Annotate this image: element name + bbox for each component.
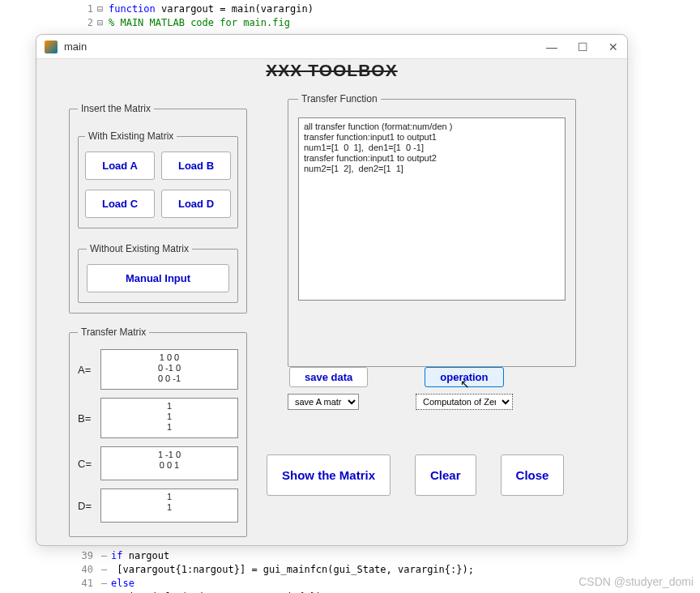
code-text: [varargout{1:nargout}] = gui_mainfcn(gui… (111, 564, 474, 575)
watermark: CSDN @studyer_domi (578, 575, 694, 588)
with-existing-legend: With Existing Matrix (85, 130, 177, 142)
load-b-button[interactable]: Load B (161, 151, 231, 180)
load-d-button[interactable]: Load D (161, 190, 231, 218)
dialog-body: XXX TOOLBOX Insert the Matrix With Exist… (36, 59, 627, 545)
operation-select[interactable]: Computaton of Zeros (416, 394, 513, 410)
transfer-function-legend: Transfer Function (298, 93, 381, 105)
transfer-matrix-legend: Transfer Matrix (78, 326, 149, 338)
without-existing-legend: Without Existing Matrix (87, 243, 192, 254)
minimize-icon[interactable]: — (546, 41, 557, 53)
close-button[interactable]: Close (501, 454, 565, 496)
save-data-button[interactable]: save data (289, 367, 368, 387)
fold-icon[interactable]: ⊟ (97, 16, 109, 30)
line-number: 2 (69, 16, 93, 30)
code-line: ⊟% MAIN MATLAB code for main.fig (97, 16, 314, 30)
without-existing-group: Without Existing Matrix Manual Input (78, 243, 238, 303)
matrix-b-display[interactable]: 111 (100, 398, 238, 438)
line-number: 40 (69, 563, 93, 577)
matrix-row-d: D= 11 (78, 488, 238, 523)
code-text: if nargout (111, 550, 169, 561)
matrix-a-display[interactable]: 1 0 00 -1 00 0 -1 (100, 349, 238, 390)
toolbox-title: XXX TOOLBOX (53, 61, 611, 80)
operation-button[interactable]: operation (425, 367, 503, 387)
mid-controls: save data operation save A matrix Comput… (288, 367, 576, 410)
clear-button[interactable]: Clear (415, 454, 476, 496)
matrix-d-display[interactable]: 11 (100, 488, 238, 523)
line-gutter: 1 2 (69, 0, 93, 30)
code-line: ⊟function varargout = main(varargin) (97, 2, 314, 16)
matrix-label: C= (78, 458, 100, 470)
matrix-row-c: C= 1 -1 00 0 1 (78, 446, 238, 480)
matrix-row-a: A= 1 0 00 -1 00 0 -1 (78, 349, 238, 390)
matrix-row-b: B= 111 (78, 398, 238, 438)
insert-matrix-legend: Insert the Matrix (78, 103, 154, 114)
manual-input-button[interactable]: Manual Input (87, 264, 229, 292)
show-matrix-button[interactable]: Show the Matrix (267, 454, 391, 496)
code-area-bottom: 39—if nargout 40— [varargout{1:nargout}]… (69, 549, 474, 593)
matrix-label: B= (78, 412, 100, 424)
insert-matrix-group: Insert the Matrix With Existing Matrix L… (69, 103, 247, 314)
breakpoint-dash: — (101, 549, 111, 563)
maximize-icon[interactable]: ☐ (577, 41, 588, 53)
fold-icon[interactable]: ⊟ (97, 2, 109, 16)
line-number: 39 (69, 549, 93, 563)
line-number: 1 (69, 2, 93, 16)
code-text: function varargout = main(varargin) (109, 3, 314, 15)
code-text: else (111, 578, 134, 589)
load-a-button[interactable]: Load A (85, 151, 155, 180)
matlab-icon (45, 41, 58, 53)
code-area[interactable]: ⊟function varargout = main(varargin) ⊟% … (97, 2, 314, 30)
breakpoint-dash: — (101, 577, 111, 591)
transfer-matrix-group: Transfer Matrix A= 1 0 00 -1 00 0 -1 B= … (69, 326, 247, 537)
save-select[interactable]: save A matrix (288, 394, 359, 410)
bottom-buttons: Show the Matrix Clear Close (267, 454, 564, 496)
titlebar[interactable]: main — ☐ ✕ (36, 35, 627, 59)
code-text: % MAIN MATLAB code for main.fig (109, 17, 290, 28)
window-title: main (64, 41, 546, 53)
breakpoint-dash: — (101, 563, 111, 577)
with-existing-group: With Existing Matrix Load A Load B Load … (78, 130, 238, 228)
transfer-function-group: Transfer Function (288, 93, 576, 367)
matrix-c-display[interactable]: 1 -1 00 0 1 (100, 446, 238, 480)
load-c-button[interactable]: Load C (85, 190, 155, 218)
matrix-label: A= (78, 364, 100, 376)
close-icon[interactable]: ✕ (608, 41, 619, 53)
main-dialog: main — ☐ ✕ XXX TOOLBOX Insert the Matrix… (36, 34, 628, 546)
matrix-label: D= (78, 500, 100, 512)
line-number: 41 (69, 577, 93, 591)
transfer-function-textarea[interactable] (298, 117, 566, 301)
